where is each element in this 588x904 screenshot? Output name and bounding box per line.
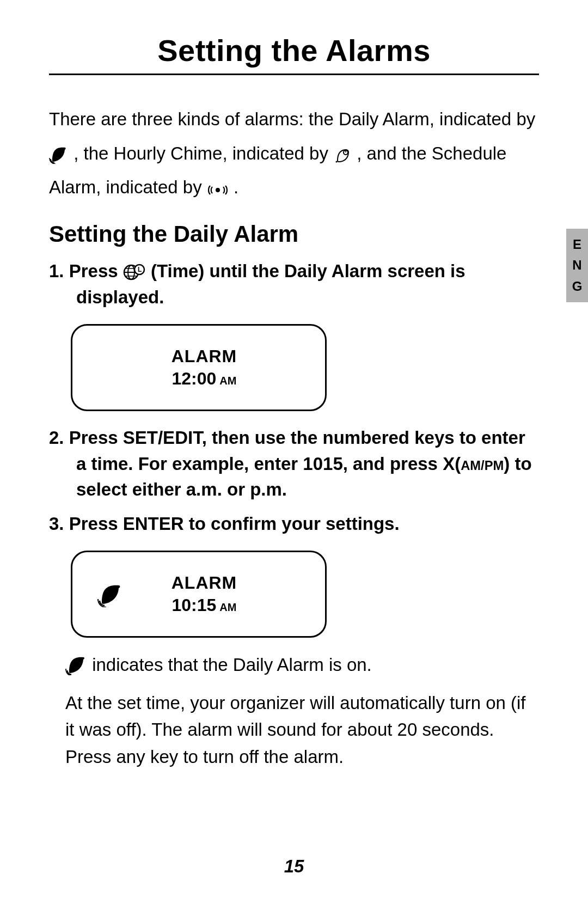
- bell-icon: [97, 581, 124, 607]
- intro-paragraph: There are three kinds of alarms: the Dai…: [49, 102, 539, 205]
- manual-page: Setting the Alarms There are three kinds…: [0, 0, 588, 904]
- globe-clock-icon: L: [123, 263, 146, 282]
- lcd-2-label: ALARM: [171, 573, 237, 593]
- lcd-2-icon-slot: [91, 581, 130, 607]
- intro-text-2: , the Hourly Chime, indicated by: [74, 143, 333, 163]
- step-3: 3. Press ENTER to confirm your settings.: [49, 511, 539, 537]
- bell-icon: [65, 653, 87, 675]
- language-tab-n: N: [572, 255, 581, 276]
- page-number: 15: [0, 856, 588, 877]
- lcd-2-time: 10:15: [172, 595, 217, 615]
- step-1-prefix: 1. Press: [49, 261, 123, 281]
- section-subheading: Setting the Daily Alarm: [49, 221, 539, 247]
- lcd-1-label: ALARM: [171, 346, 237, 367]
- language-tab: E N G: [566, 229, 588, 302]
- lcd-display-2: ALARM 10:15 AM: [71, 551, 327, 638]
- lcd-display-1: ALARM 12:00 AM: [71, 324, 327, 411]
- svg-point-2: [336, 161, 338, 162]
- step-2: 2. Press SET/EDIT, then use the numbered…: [49, 425, 539, 503]
- lcd-1-ampm: AM: [219, 375, 236, 387]
- bell-icon: [49, 144, 69, 164]
- language-tab-e: E: [573, 234, 581, 255]
- step-1: 1. Press L (Time) until the Daily Alarm …: [49, 258, 539, 310]
- intro-text-4: .: [234, 177, 238, 197]
- intro-text-1: There are three kinds of alarms: the Dai…: [49, 109, 535, 129]
- svg-text:L: L: [138, 266, 142, 273]
- lcd-2-ampm: AM: [219, 601, 236, 614]
- page-title: Setting the Alarms: [49, 33, 539, 75]
- chime-icon: [333, 145, 352, 164]
- step-1-time-label: (Time): [151, 261, 204, 281]
- body-paragraph: At the set time, your organizer will aut…: [65, 689, 539, 771]
- svg-point-3: [216, 188, 220, 192]
- step-2-ampm: AM/PM: [461, 458, 504, 473]
- lcd-1-text: ALARM 12:00 AM: [130, 346, 279, 389]
- lcd-1-time-row: 12:00 AM: [172, 369, 237, 389]
- language-tab-g: G: [572, 276, 583, 297]
- step-2-part1: 2. Press SET/EDIT, then use the numbered…: [49, 427, 525, 474]
- lcd-1-time: 12:00: [172, 369, 217, 389]
- alarm-on-note-text: indicates that the Daily Alarm is on.: [92, 655, 372, 675]
- alarm-on-note: indicates that the Daily Alarm is on.: [65, 651, 539, 679]
- lcd-2-time-row: 10:15 AM: [172, 595, 237, 615]
- lcd-2-text: ALARM 10:15 AM: [130, 573, 279, 615]
- schedule-alarm-icon: [207, 182, 229, 198]
